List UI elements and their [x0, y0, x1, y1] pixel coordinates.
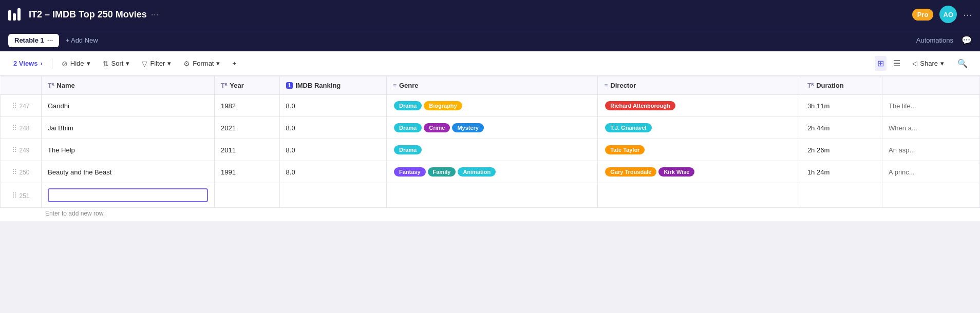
row-ranking-cell: 8.0 [279, 139, 386, 161]
genre-tag[interactable]: Biography [424, 101, 462, 110]
col-header-extra [882, 76, 980, 95]
toolbar-right: ⊞ ☰ ◁ Share ▾ 🔍 [875, 56, 972, 71]
row-name-cell[interactable]: Beauty and the Beast [42, 161, 215, 183]
director-col-icon: ≡ [604, 82, 608, 89]
director-tag[interactable]: T.J. Gnanavel [605, 123, 651, 132]
hide-button[interactable]: ⊘ Hide ▾ [56, 57, 96, 70]
sub-navbar: Retable 1 ··· + Add New Automations 💬 [0, 29, 980, 51]
avatar[interactable]: AO [939, 6, 957, 23]
filter-button[interactable]: ▽ Filter ▾ [137, 57, 176, 70]
sort-icon: ⇅ [103, 60, 109, 68]
director-tag[interactable]: Tate Taylor [605, 145, 645, 154]
row-extra-cell: The life... [882, 95, 980, 117]
hide-chevron-icon: ▾ [87, 60, 90, 67]
drag-handle-icon: ⠿ [12, 124, 17, 132]
hide-label: Hide [70, 60, 84, 67]
drag-handle-icon: ⠿ [12, 191, 17, 200]
genre-tag[interactable]: Drama [394, 123, 422, 132]
row-name-cell[interactable]: Jai Bhim [42, 117, 215, 139]
drag-handle-icon: ⠿ [12, 168, 17, 176]
share-button[interactable]: ◁ Share ▾ [907, 57, 949, 70]
genre-tag[interactable]: Drama [394, 145, 422, 154]
col-header-name[interactable]: Tᴿ Name [42, 76, 215, 95]
new-row[interactable]: ⠿251 [1, 183, 980, 208]
director-tag[interactable]: Richard Attenborough [605, 101, 675, 110]
add-column-button[interactable]: + [227, 57, 241, 70]
row-name-cell[interactable]: The Help [42, 139, 215, 161]
genre-tag[interactable]: Mystery [452, 123, 484, 132]
table-row[interactable]: ⠿249The Help20118.0DramaTate Taylor2h 26… [1, 139, 980, 161]
new-row-name-input[interactable] [48, 188, 208, 202]
logo-bar-3 [17, 8, 21, 21]
share-chevron-icon: ▾ [940, 60, 944, 67]
director-tag[interactable]: Gary Trousdale [605, 167, 656, 177]
list-view-button[interactable]: ☰ [891, 56, 903, 71]
new-row-number-cell: ⠿251 [1, 183, 42, 208]
director-tag[interactable]: Kirk Wise [658, 167, 694, 177]
col-header-year[interactable]: Tᴿ Year [215, 76, 280, 95]
row-duration-cell: 3h 11m [801, 95, 882, 117]
tab-label: Retable 1 [14, 36, 44, 44]
year-col-label: Year [230, 82, 243, 89]
format-label: Format [193, 60, 214, 67]
row-number: 250 [19, 169, 29, 176]
chat-icon[interactable]: 💬 [962, 35, 972, 45]
row-extra-cell: An asp... [882, 139, 980, 161]
tab-more-icon[interactable]: ··· [47, 36, 53, 45]
sort-chevron-icon: ▾ [126, 60, 129, 67]
grid-view-button[interactable]: ⊞ [875, 56, 887, 71]
col-header-director[interactable]: ≡ Director [598, 76, 801, 95]
imdb-col-icon: 1 [286, 82, 293, 89]
app-title: IT2 – IMDB Top 250 Movies [29, 9, 147, 20]
row-duration-cell: 2h 44m [801, 117, 882, 139]
new-row-empty-cell [279, 183, 386, 208]
retable-tab[interactable]: Retable 1 ··· [8, 34, 59, 47]
table-row[interactable]: ⠿247Gandhi19828.0DramaBiographyRichard A… [1, 95, 980, 117]
new-row-empty-cell [386, 183, 597, 208]
hide-icon: ⊘ [62, 60, 68, 68]
genre-tag[interactable]: Animation [458, 167, 496, 177]
row-director-cell: T.J. Gnanavel [598, 117, 801, 139]
logo-bar-1 [8, 10, 11, 21]
row-year-cell: 1991 [215, 161, 280, 183]
automations-button[interactable]: Automations [916, 36, 953, 44]
filter-icon: ▽ [142, 60, 147, 68]
col-header-duration[interactable]: Tᴿ Duration [801, 76, 882, 95]
new-row-input-cell[interactable] [42, 183, 215, 208]
row-name-cell[interactable]: Gandhi [42, 95, 215, 117]
table-row[interactable]: ⠿250Beauty and the Beast19918.0FantasyFa… [1, 161, 980, 183]
search-button[interactable]: 🔍 [953, 56, 972, 71]
col-header-genre[interactable]: ≡ Genre [386, 76, 597, 95]
format-button[interactable]: ⚙ Format ▾ [178, 57, 225, 70]
toolbar: 2 Views › ⊘ Hide ▾ ⇅ Sort ▾ ▽ Filter ▾ ⚙… [0, 51, 980, 76]
name-col-label: Name [56, 82, 74, 89]
row-genre-cell: FantasyFamilyAnimation [386, 161, 597, 183]
nav-right: Pro AO ··· [912, 6, 972, 23]
sort-label: Sort [111, 60, 124, 67]
table-row[interactable]: ⠿248Jai Bhim20218.0DramaCrimeMysteryT.J.… [1, 117, 980, 139]
more-options-icon[interactable]: ··· [963, 9, 972, 21]
app-title-dots[interactable]: ··· [151, 9, 159, 20]
add-new-button[interactable]: + Add New [65, 36, 98, 44]
row-director-cell: Tate Taylor [598, 139, 801, 161]
genre-tag[interactable]: Crime [424, 123, 450, 132]
add-column-icon: + [232, 60, 236, 67]
genre-tag[interactable]: Drama [394, 101, 422, 110]
name-col-icon: Tᴿ [48, 82, 54, 89]
genre-tag[interactable]: Family [428, 167, 456, 177]
row-ranking-cell: 8.0 [279, 161, 386, 183]
row-num-header [1, 76, 42, 95]
row-duration-cell: 1h 24m [801, 161, 882, 183]
new-row-number: 251 [19, 192, 29, 200]
row-number-cell: ⠿250 [1, 161, 42, 183]
sort-button[interactable]: ⇅ Sort ▾ [98, 57, 135, 70]
year-col-icon: Tᴿ [221, 82, 227, 89]
table-header-row: Tᴿ Name Tᴿ Year 1 IMDB Ranking [1, 76, 980, 95]
col-header-imdb[interactable]: 1 IMDB Ranking [279, 76, 386, 95]
views-button[interactable]: 2 Views › [8, 57, 48, 70]
row-year-cell: 2011 [215, 139, 280, 161]
format-icon: ⚙ [183, 60, 190, 68]
views-count: 2 Views [13, 60, 37, 67]
genre-col-label: Genre [399, 82, 419, 89]
genre-tag[interactable]: Fantasy [394, 167, 426, 177]
